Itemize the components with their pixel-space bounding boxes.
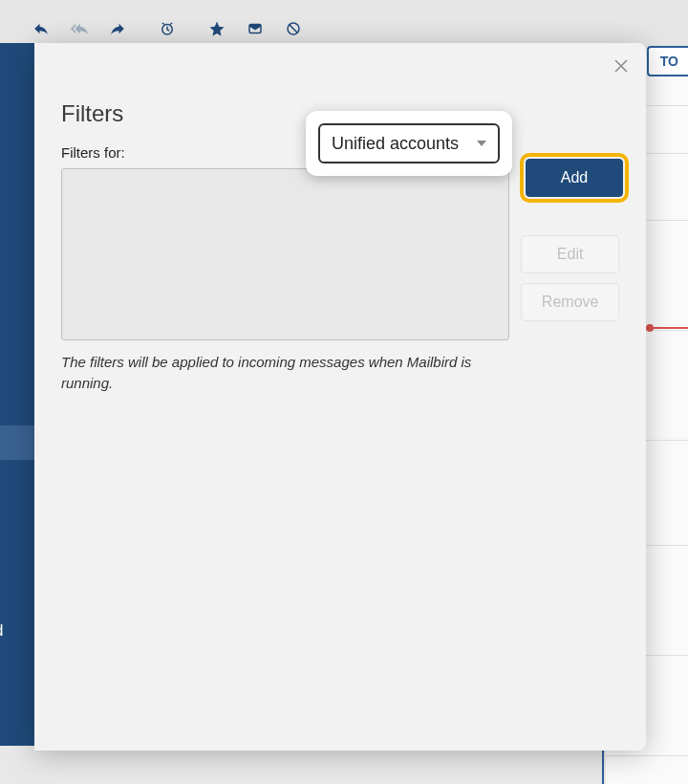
chevron-down-icon bbox=[477, 141, 486, 146]
forward-icon[interactable] bbox=[100, 13, 135, 44]
close-icon bbox=[614, 59, 628, 73]
filters-listbox[interactable] bbox=[61, 168, 509, 340]
add-button[interactable]: Add bbox=[526, 159, 623, 197]
edit-button: Edit bbox=[521, 235, 619, 273]
reply-all-icon[interactable] bbox=[62, 13, 97, 44]
account-dropdown[interactable]: Unified accounts bbox=[318, 123, 500, 163]
left-sidebar: d bbox=[0, 43, 34, 746]
star-icon[interactable] bbox=[200, 13, 234, 44]
sidebar-text-fragment: d bbox=[0, 621, 3, 641]
block-icon[interactable] bbox=[276, 13, 311, 44]
remove-button: Remove bbox=[521, 283, 619, 321]
current-time-indicator bbox=[650, 327, 688, 329]
account-dropdown-value: Unified accounts bbox=[332, 134, 459, 154]
archive-icon[interactable] bbox=[238, 13, 272, 44]
grid-line bbox=[606, 755, 688, 756]
today-button[interactable]: TO bbox=[647, 46, 688, 76]
filters-hint-text: The filters will be applied to incoming … bbox=[61, 352, 520, 394]
close-button[interactable] bbox=[612, 56, 631, 76]
account-dropdown-callout: Unified accounts bbox=[306, 111, 512, 176]
current-time-dot bbox=[646, 324, 654, 332]
reply-icon[interactable] bbox=[24, 13, 58, 44]
snooze-icon[interactable] bbox=[150, 13, 184, 44]
sidebar-selected-item[interactable] bbox=[0, 425, 34, 460]
